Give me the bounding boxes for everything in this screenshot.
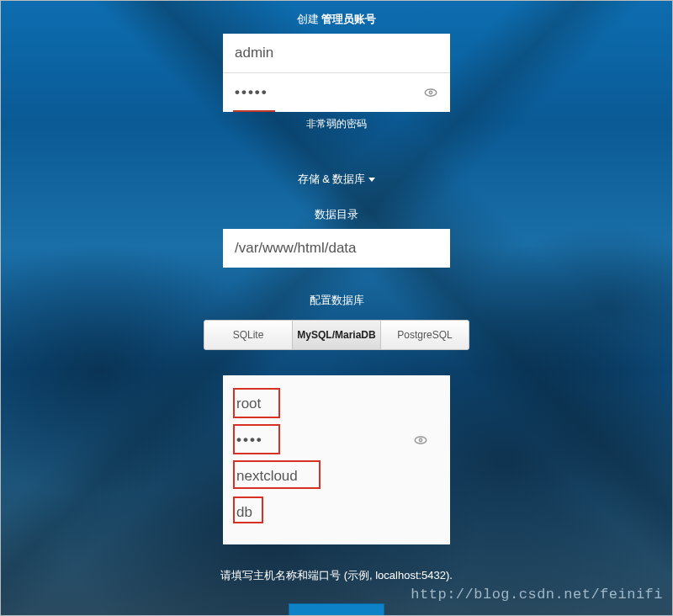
db-name-input[interactable]: [233, 460, 440, 492]
configure-database-label: 配置数据库: [310, 293, 364, 308]
db-host-input[interactable]: [233, 497, 440, 528]
tab-mysql-mariadb[interactable]: MySQL/MariaDB: [293, 321, 381, 349]
admin-password-input[interactable]: [223, 73, 450, 112]
install-finish-button[interactable]: 安装完成: [289, 603, 384, 616]
db-host-hint: 请填写主机名称和端口号 (示例, localhost:5432).: [220, 568, 453, 583]
password-strength-hint: 非常弱的密码: [306, 117, 367, 131]
storage-toggle-label: 存储 & 数据库: [298, 172, 366, 187]
tab-sqlite[interactable]: SQLite: [204, 321, 293, 349]
svg-point-0: [425, 89, 437, 96]
database-type-tabs: SQLite MySQL/MariaDB PostgreSQL: [204, 320, 469, 350]
svg-point-3: [419, 438, 421, 441]
data-directory-input[interactable]: [223, 229, 450, 268]
database-config-card: [223, 375, 450, 544]
toggle-password-visibility-icon[interactable]: [421, 83, 440, 102]
storage-database-toggle[interactable]: 存储 & 数据库: [298, 172, 376, 187]
svg-point-1: [429, 91, 432, 93]
svg-point-2: [415, 437, 427, 443]
password-strength-bar: [233, 110, 275, 112]
tab-postgresql[interactable]: PostgreSQL: [381, 321, 469, 349]
admin-title-prefix: 创建: [297, 13, 319, 25]
caret-down-icon: [368, 178, 375, 182]
admin-card: [223, 34, 450, 112]
admin-title-bold: 管理员账号: [321, 13, 376, 25]
data-directory-card: [223, 229, 450, 268]
admin-username-input[interactable]: [223, 34, 450, 73]
toggle-db-password-visibility-icon[interactable]: [411, 431, 430, 449]
db-password-input[interactable]: [233, 424, 440, 456]
admin-section-title: 创建 管理员账号: [297, 12, 377, 27]
db-user-input[interactable]: [233, 388, 440, 420]
data-directory-label: 数据目录: [315, 207, 358, 222]
